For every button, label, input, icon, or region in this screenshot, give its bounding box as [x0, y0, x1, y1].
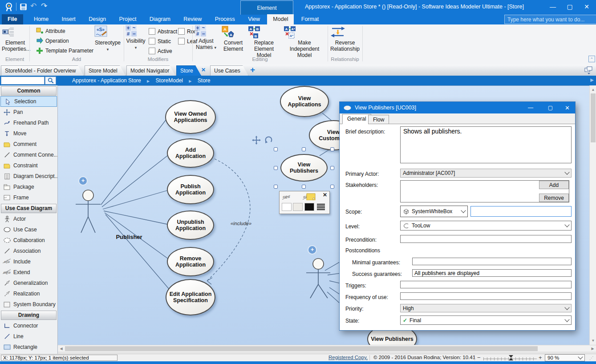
add-related-element-button[interactable]: +	[308, 245, 317, 255]
tool-pan[interactable]: Pan	[0, 107, 57, 117]
selection-handle[interactable]	[302, 147, 306, 151]
tab-process[interactable]: Process	[209, 14, 241, 24]
reverse-relationship-button[interactable]: Reverse Relationship	[330, 25, 360, 53]
redo-button[interactable]: ↷	[41, 1, 47, 11]
tab-project[interactable]: Project	[113, 14, 142, 24]
remove-stakeholder-button[interactable]: Remove	[539, 194, 569, 202]
registered-copy-link[interactable]: Registered Copy.	[328, 355, 368, 360]
tab-file[interactable]: File	[2, 14, 23, 24]
sidebar-search-input[interactable]	[1, 77, 45, 85]
sidebar-search-button[interactable]	[45, 77, 56, 85]
selection-handle[interactable]	[274, 185, 278, 189]
section-header-drawing[interactable]: Drawing	[1, 311, 57, 320]
close-button[interactable]: ✕	[579, 1, 594, 12]
tab-view[interactable]: View	[242, 14, 266, 24]
scope-extra-input[interactable]	[470, 206, 572, 217]
replace-element-model-button[interactable]: ABB Replace Element Model	[247, 25, 280, 58]
note-icon[interactable]	[306, 193, 316, 200]
zoom-level-select[interactable]: 90 %	[545, 354, 585, 361]
convert-element-button[interactable]: AA Convert Element	[221, 25, 246, 53]
breadcrumb-diagram[interactable]: Store	[198, 77, 211, 84]
use-case-edit-application-specification[interactable]: Edit Application Specification	[166, 279, 215, 315]
tab-design[interactable]: Design	[83, 14, 112, 24]
vertical-scrollbar[interactable]: ▲ ▼	[589, 85, 596, 345]
horizontal-scrollbar[interactable]: ◀ ▶	[58, 345, 596, 352]
tool-freehand-path[interactable]: Freehand Path	[0, 117, 57, 128]
close-tab-button[interactable]: ✕	[201, 67, 206, 73]
minimize-button[interactable]: —	[545, 1, 560, 12]
maximize-button[interactable]: ▢	[562, 1, 577, 12]
tool-selection[interactable]: Selection	[0, 96, 57, 107]
tab-review[interactable]: Review	[178, 14, 207, 24]
precondition-input[interactable]	[400, 235, 572, 243]
tab-home[interactable]: Home	[28, 14, 54, 24]
selection-box[interactable]: View Publishers View Publishers View Pub…	[277, 150, 331, 185]
selection-handle[interactable]	[330, 166, 334, 170]
dialog-tab-flow[interactable]: Flow	[368, 115, 389, 124]
new-tab-button[interactable]: +	[250, 65, 255, 75]
level-select[interactable]: TooLow	[400, 221, 572, 231]
breadcrumb-folder[interactable]: StoreModel	[156, 77, 183, 84]
selection-handle[interactable]	[274, 147, 278, 151]
tool-line[interactable]: Line	[0, 331, 57, 342]
tool-system-boundary[interactable]: System Boundary	[0, 299, 57, 310]
use-case-view-applications[interactable]: View Applications	[280, 86, 329, 117]
make-independent-model-button[interactable]: AA*A* Make Independent Model	[283, 25, 326, 58]
triggers-input[interactable]	[400, 281, 572, 288]
use-case-add-application[interactable]: Add Application	[167, 138, 214, 168]
selection-handle[interactable]	[302, 185, 306, 189]
tool-constraint[interactable]: Constraint	[0, 160, 57, 171]
tab-insert[interactable]: Insert	[56, 14, 81, 24]
window-list-button[interactable]	[584, 65, 594, 74]
tab-model[interactable]: Model	[267, 14, 294, 24]
save-button[interactable]	[20, 3, 27, 11]
tool-comment-connector[interactable]: Comment Conne...	[0, 150, 57, 160]
section-header-use-case-diagram[interactable]: Use Case Diagram	[1, 204, 57, 213]
stereotype-button[interactable]: «S» Stereotype▾	[94, 25, 121, 53]
dialog-close-button[interactable]: ✕	[565, 105, 570, 111]
zoom-out-button[interactable]: −	[477, 354, 481, 361]
extend-stamp-icon[interactable]: «e»	[283, 194, 290, 199]
fill-swatch-white[interactable]	[282, 203, 292, 211]
tool-comment[interactable]: Comment	[0, 139, 57, 150]
horizontal-scroll-thumb[interactable]	[65, 346, 538, 351]
use-case-view-publishers-selected[interactable]: View Publishers View Publishers View Pub…	[280, 154, 328, 182]
ribbon-search-input[interactable]	[504, 15, 596, 24]
tab-format[interactable]: Format	[296, 14, 325, 24]
doc-tab-use-cases[interactable]: Use Cases	[210, 65, 248, 76]
use-case-publish-application[interactable]: Publish Application	[167, 175, 214, 204]
visibility-button[interactable]: +~#− Visibility▾	[126, 25, 146, 51]
tool-diagram-description[interactable]: Diagram Descript...	[0, 171, 57, 182]
tool-rectangle[interactable]: Rectangle	[0, 342, 57, 352]
use-case-unpublish-application[interactable]: Unpublish Application	[167, 210, 214, 240]
static-checkbox[interactable]: Static	[149, 38, 171, 44]
dialog-title-bar[interactable]: View Publishers [UC003] — ▢ ✕	[340, 102, 575, 113]
selection-handle[interactable]	[274, 166, 278, 170]
collapse-ribbon-button[interactable]: ^	[588, 56, 595, 62]
tool-include[interactable]: «i» Include	[0, 256, 57, 267]
element-properties-button[interactable]: Element Properties...	[2, 25, 28, 53]
add-stakeholder-button[interactable]: Add	[539, 181, 569, 189]
tab-diagram[interactable]: Diagram	[144, 14, 176, 24]
resize-grip[interactable]: ⋰	[589, 356, 594, 360]
section-header-common[interactable]: Common	[1, 86, 57, 96]
close-toolbar-icon[interactable]: ✕	[323, 192, 327, 198]
tool-generalization[interactable]: Generalization	[0, 278, 57, 288]
add-operation-button[interactable]: Operation	[36, 37, 69, 44]
dialog-minimize-button[interactable]: —	[528, 105, 533, 111]
abstract-checkbox[interactable]: Abstract	[149, 28, 177, 35]
fill-swatch-black[interactable]	[304, 203, 314, 211]
rotate-element-handle[interactable]	[264, 136, 273, 144]
breadcrumb-project[interactable]: Appstorex - Application Store	[72, 77, 141, 84]
frequency-of-use-input[interactable]	[400, 292, 572, 300]
use-case-view-owned-applications[interactable]: View Owned Applications	[165, 100, 216, 134]
zoom-slider-thumb-bottom[interactable]	[509, 358, 513, 360]
brief-description-textarea[interactable]: Shows all publishers.	[400, 126, 572, 163]
minimal-guarantees-input[interactable]	[412, 258, 572, 265]
move-element-handle[interactable]	[252, 136, 261, 145]
actor-customer[interactable]	[306, 259, 330, 298]
state-select[interactable]: ✓ Final	[400, 315, 572, 325]
actor-publisher[interactable]	[76, 190, 101, 233]
scroll-down-icon[interactable]: ▼	[590, 337, 596, 344]
success-guarantees-input[interactable]	[412, 269, 572, 277]
